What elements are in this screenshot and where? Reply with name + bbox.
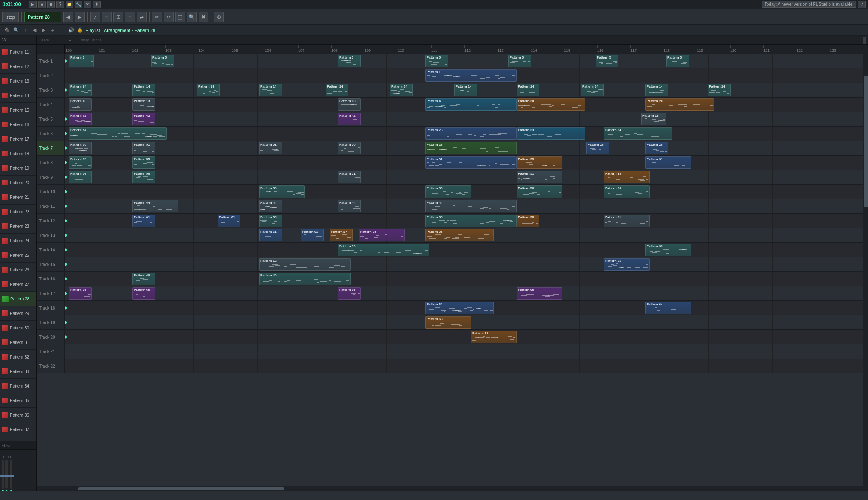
track-content-3[interactable]: Pattern 14Pattern 14Pattern 14Pattern 14… — [65, 83, 863, 97]
track-label-22[interactable]: Track 22 — [37, 359, 65, 373]
instrument-slot-30[interactable]: Pattern 30 — [0, 321, 36, 335]
pattern-block-15-1[interactable]: Pattern 61 — [604, 258, 650, 271]
v-scroll-indicator[interactable] — [863, 37, 866, 44]
tb-icon-7[interactable]: ✉ — [84, 1, 91, 8]
pattern-block-6-3[interactable]: Pattern 24 — [604, 127, 672, 140]
pattern-block-8-2[interactable]: Pattern 31 — [425, 156, 517, 169]
tool-playlist[interactable]: ⇌ — [137, 12, 147, 22]
pattern-block-10-1[interactable]: Pattern 56 — [425, 185, 471, 198]
ph-icon-search[interactable]: 🔍 — [12, 27, 20, 34]
pattern-block-18-0[interactable]: Pattern 64 — [425, 302, 494, 314]
ph-icon-vol[interactable]: 🔊 — [67, 27, 75, 34]
track-label-2[interactable]: Track 2 — [37, 68, 65, 83]
pattern-block-4-0[interactable]: Pattern 13 — [69, 98, 92, 111]
track-content-17[interactable]: Pattern 65Pattern 65Pattern 65Pattern 65 — [65, 286, 863, 300]
pattern-block-7-2[interactable]: Pattern 51 — [259, 142, 282, 154]
pattern-block-3-10[interactable]: Pattern 14 — [708, 84, 731, 96]
pattern-block-1-2[interactable]: Pattern 5 — [338, 55, 361, 67]
pattern-block-16-1[interactable]: Pattern 40 — [259, 273, 351, 285]
track-content-21[interactable] — [65, 344, 863, 359]
pattern-block-12-2[interactable]: Pattern 55 — [259, 215, 282, 227]
tool-channel[interactable]: ⊞ — [113, 12, 123, 22]
instrument-slot-21[interactable]: Pattern 21 — [0, 190, 36, 205]
fader-track-11[interactable] — [10, 460, 12, 489]
pattern-block-14-0[interactable]: Pattern 39 — [338, 244, 429, 256]
track-content-5[interactable]: Pattern 42Pattern 42Pattern 42Pattern 13 — [65, 112, 863, 126]
zoom-out-btn[interactable]: − — [68, 38, 72, 43]
instrument-slot-19[interactable]: Pattern 19 — [0, 161, 36, 176]
tool-pencil[interactable]: ✏ — [152, 12, 162, 22]
pattern-block-3-6[interactable]: Pattern 14 — [454, 84, 477, 96]
track-content-18[interactable]: Pattern 64Pattern 64 — [65, 301, 863, 315]
track-content-6[interactable]: Pattern 54Pattern 26Pattern 23Pattern 24 — [65, 127, 863, 141]
ph-icon-right[interactable]: ▶ — [40, 27, 47, 34]
pattern-block-3-3[interactable]: Pattern 14 — [259, 84, 282, 96]
pattern-block-3-7[interactable]: Pattern 14 — [517, 84, 539, 96]
pattern-block-3-5[interactable]: Pattern 14 — [390, 84, 413, 96]
tool-step[interactable]: ↕ — [125, 12, 135, 22]
track-content-22[interactable] — [65, 359, 863, 373]
pattern-block-19-0[interactable]: Pattern 68 — [425, 316, 471, 329]
v-scrollbar-thumb[interactable] — [864, 76, 868, 207]
pattern-block-16-0[interactable]: Pattern 40 — [132, 273, 155, 285]
track-label-6[interactable]: Track 6 — [37, 127, 65, 141]
tool-delete[interactable]: ✖ — [199, 12, 208, 22]
track-label-4[interactable]: Track 4 — [37, 98, 65, 112]
pattern-block-13-0[interactable]: Pattern 61 — [259, 229, 282, 241]
instrument-slot-26[interactable]: Pattern 26 — [0, 263, 36, 277]
pattern-block-3-1[interactable]: Pattern 14 — [132, 84, 155, 96]
track-label-19[interactable]: Track 19 — [37, 315, 65, 329]
instrument-slot-23[interactable]: Pattern 23 — [0, 219, 36, 234]
pattern-block-3-4[interactable]: Pattern 14 — [326, 84, 348, 96]
pattern-block-13-2[interactable]: Pattern 37 — [330, 229, 353, 241]
track-label-14[interactable]: Track 14 — [37, 243, 65, 257]
pattern-block-5-3[interactable]: Pattern 13 — [641, 113, 666, 125]
tb-icon-3[interactable]: ⏺ — [47, 1, 55, 8]
track-content-12[interactable]: Pattern 61Pattern 61Pattern 55Pattern 55… — [65, 214, 863, 228]
lp-icon-w[interactable]: W — [2, 37, 7, 43]
instrument-slot-38[interactable]: Pattern 38 — [0, 437, 36, 441]
track-label-12[interactable]: Track 12 — [37, 214, 65, 228]
vertical-scrollbar[interactable] — [863, 54, 868, 491]
instrument-slot-24[interactable]: Pattern 24 — [0, 234, 36, 248]
track-label-17[interactable]: Track 17 — [37, 286, 65, 300]
instrument-slot-17[interactable]: Pattern 17 — [0, 132, 36, 146]
instrument-slot-13[interactable]: Pattern 13 — [0, 74, 36, 88]
pattern-block-8-0[interactable]: Pattern 55 — [69, 156, 92, 169]
pattern-block-11-1[interactable]: Pattern 44 — [259, 200, 282, 212]
track-label-20[interactable]: Track 20 — [37, 330, 65, 344]
pattern-block-11-3[interactable]: Pattern 44 — [425, 200, 517, 212]
track-content-15[interactable]: Pattern 12Pattern 61 — [65, 257, 863, 271]
tool-zoom[interactable]: 🔍 — [187, 12, 197, 22]
pattern-block-2-0[interactable]: Pattern 1 — [425, 69, 517, 82]
track-content-14[interactable]: Pattern 39Pattern 39 — [65, 243, 863, 257]
fader-thumb-11[interactable] — [9, 475, 14, 477]
pattern-block-1-5[interactable]: Pattern 5 — [596, 55, 618, 67]
zoom-in-btn[interactable]: + — [74, 38, 78, 43]
track-content-11[interactable]: Pattern 44Pattern 44Pattern 44Pattern 44 — [65, 199, 863, 213]
track-label-9[interactable]: Track 9 — [37, 170, 65, 184]
track-content-4[interactable]: Pattern 13Pattern 13Pattern 13Pattern 4P… — [65, 98, 863, 112]
pattern-next[interactable]: ▶ — [75, 12, 85, 22]
track-content-1[interactable]: Pattern 5Pattern 5Pattern 5Pattern 5Patt… — [65, 54, 863, 68]
pattern-block-3-2[interactable]: Pattern 14 — [197, 84, 220, 96]
pattern-prev[interactable]: ◀ — [63, 12, 73, 22]
pattern-block-1-0[interactable]: Pattern 5 — [69, 55, 94, 67]
track-label-21[interactable]: Track 21 — [37, 344, 65, 359]
pattern-block-5-2[interactable]: Pattern 42 — [338, 113, 361, 125]
pattern-block-12-0[interactable]: Pattern 61 — [132, 215, 155, 227]
pattern-block-7-4[interactable]: Pattern 28 — [425, 142, 517, 154]
track-content-8[interactable]: Pattern 55Pattern 55Pattern 31Pattern 35… — [65, 156, 863, 170]
pattern-block-4-2[interactable]: Pattern 13 — [338, 98, 361, 111]
pattern-block-3-0[interactable]: Pattern 14 — [69, 84, 92, 96]
pattern-block-7-3[interactable]: Pattern 50 — [338, 142, 361, 154]
pattern-block-7-1[interactable]: Pattern 51 — [132, 142, 155, 154]
instrument-slot-14[interactable]: Pattern 14 — [0, 88, 36, 103]
pattern-block-4-5[interactable]: Pattern 20 — [645, 98, 714, 111]
track-content-10[interactable]: Pattern 56Pattern 56Pattern 56Pattern 56 — [65, 185, 863, 199]
pattern-block-7-6[interactable]: Pattern 26 — [645, 142, 668, 154]
pattern-block-8-1[interactable]: Pattern 55 — [132, 156, 155, 169]
fader-track-9[interactable] — [2, 460, 4, 489]
pattern-selector[interactable]: Pattern 28 — [24, 12, 61, 22]
instrument-slot-11[interactable]: Pattern 11 — [0, 45, 36, 59]
